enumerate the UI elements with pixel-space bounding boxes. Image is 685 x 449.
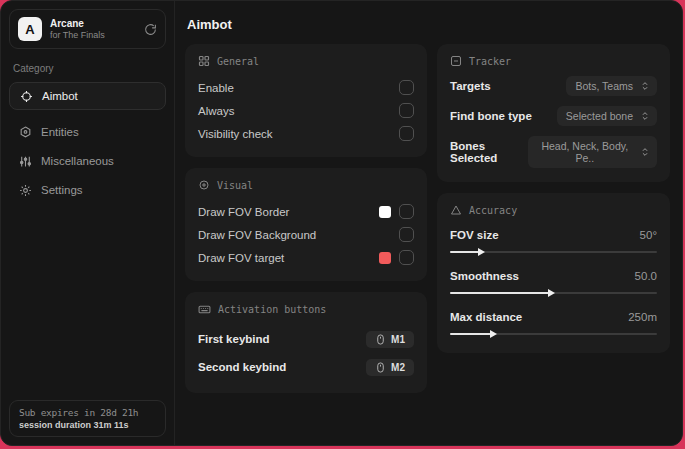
card-title: Accuracy [469,205,517,216]
app-name: Arcane [50,18,136,30]
mouse-icon [375,334,386,345]
category-label: Category [13,63,162,74]
draw-fov-target-checkbox[interactable] [399,250,414,265]
draw-fov-border-checkbox[interactable] [399,204,414,219]
keyboard-icon [198,303,211,316]
tracker-icon [450,55,462,67]
sidebar-item-settings[interactable]: Settings [9,176,166,204]
app-header: A Arcane for The Finals [9,9,166,49]
card-activation-buttons: Activation buttons First keybind M1 Seco… [185,292,427,393]
card-title: Tracker [469,56,511,67]
sidebar-item-label: Settings [41,184,83,196]
card-tracker: Tracker Targets Bots, Teams Find bone ty… [437,44,670,182]
mouse-icon [375,362,386,373]
slider-thumb[interactable] [548,289,555,297]
gear-icon [19,184,32,197]
card-title: Visual [217,180,253,191]
setting-label: Enable [198,82,234,94]
card-title: General [217,56,259,67]
sidebar-item-label: Miscellaneous [41,155,114,167]
sidebar-item-miscellaneous[interactable]: Miscellaneous [9,147,166,175]
setting-label: Always [198,105,234,117]
first-keybind-button[interactable]: M1 [366,331,414,348]
entities-icon [19,126,32,139]
card-accuracy: Accuracy FOV size 50° [437,193,670,353]
app-window: A Arcane for The Finals Category Aimbot … [0,0,683,446]
targets-dropdown[interactable]: Bots, Teams [566,76,657,96]
slider-thumb[interactable] [490,330,497,338]
setting-label: Visibility check [198,128,273,140]
chevrons-up-down-icon [640,147,650,157]
smoothness-value: 50.0 [635,270,657,282]
dropdown-value: Bots, Teams [575,80,633,92]
card-general: General Enable Always Visibility check [185,44,427,157]
setting-label: Find bone type [450,110,532,122]
draw-fov-background-checkbox[interactable] [399,227,414,242]
dropdown-value: Selected bone [566,110,633,122]
sidebar: A Arcane for The Finals Category Aimbot … [1,1,175,445]
setting-label: Draw FOV target [198,252,284,264]
accuracy-icon [450,204,462,216]
setting-label: Draw FOV Background [198,229,316,241]
session-duration-text: session duration 31m 11s [19,420,156,430]
second-keybind-button[interactable]: M2 [366,359,414,376]
setting-label: First keybind [198,333,270,345]
sidebar-item-label: Entities [41,126,79,138]
sub-expiry-text: Sub expires in 28d 21h [19,407,156,418]
max-distance-slider[interactable] [450,329,657,339]
card-title: Activation buttons [218,304,326,315]
smoothness-slider[interactable] [450,288,657,298]
card-visual: Visual Draw FOV Border Draw FOV Backgrou… [185,168,427,281]
sidebar-item-label: Aimbot [42,90,78,102]
sliders-icon [19,155,32,168]
chevrons-up-down-icon [640,81,650,91]
sidebar-item-entities[interactable]: Entities [9,118,166,146]
setting-label: Draw FOV Border [198,206,289,218]
always-checkbox[interactable] [399,103,414,118]
find-bone-type-dropdown[interactable]: Selected bone [557,106,657,126]
keybind-value: M2 [391,362,405,373]
fov-size-value: 50° [640,229,657,241]
visual-icon [198,179,210,191]
setting-label: Smoothness [450,270,519,282]
fov-size-slider[interactable] [450,247,657,257]
sidebar-item-aimbot[interactable]: Aimbot [9,82,166,110]
fov-target-color-swatch[interactable] [379,252,391,264]
keybind-value: M1 [391,334,405,345]
subscription-info: Sub expires in 28d 21h session duration … [9,400,166,437]
crosshair-icon [20,90,33,103]
main-content: Aimbot General Enable Always Visibility … [175,1,682,445]
bones-selected-dropdown[interactable]: Head, Neck, Body, Pe.. [528,136,657,168]
setting-label: Max distance [450,311,522,323]
app-logo: A [18,17,42,41]
max-distance-value: 250m [628,311,657,323]
setting-label: Bones Selected [450,140,528,164]
app-subtitle: for The Finals [50,30,136,41]
enable-checkbox[interactable] [399,80,414,95]
visibility-check-checkbox[interactable] [399,126,414,141]
refresh-icon[interactable] [144,23,157,36]
setting-label: Second keybind [198,361,286,373]
page-title: Aimbot [187,17,670,32]
setting-label: Targets [450,80,491,92]
slider-thumb[interactable] [478,248,485,256]
fov-border-color-swatch[interactable] [379,206,391,218]
general-icon [198,55,210,67]
setting-label: FOV size [450,229,499,241]
chevrons-up-down-icon [640,111,650,121]
dropdown-value: Head, Neck, Body, Pe.. [537,140,633,164]
